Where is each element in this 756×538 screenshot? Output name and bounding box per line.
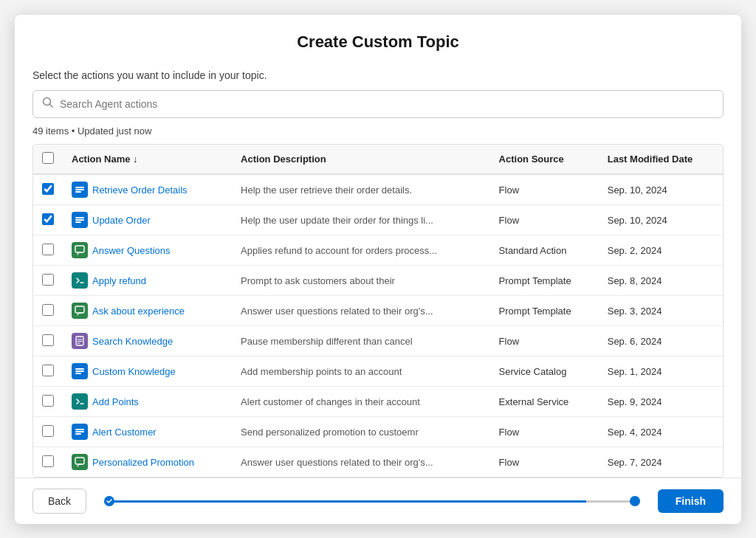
action-name-cell: Personalized Promotion	[63, 447, 232, 477]
action-name-cell: Update Order	[63, 205, 232, 235]
action-source: External Service	[490, 387, 599, 417]
action-name-cell: Search Knowledge	[63, 326, 232, 356]
row-checkbox[interactable]	[42, 365, 54, 376]
row-checkbox[interactable]	[42, 334, 54, 346]
action-type-icon	[72, 242, 88, 258]
row-checkbox[interactable]	[42, 274, 54, 286]
row-checkbox-cell	[33, 266, 63, 296]
meta-row: 49 items • Updated just now	[32, 125, 724, 137]
action-name-link[interactable]: Ask about experience	[92, 306, 185, 317]
action-name-cell: Alert Customer	[63, 417, 232, 447]
action-source: Flow	[490, 326, 599, 356]
action-description: Answer user questions related to their o…	[232, 447, 490, 477]
action-name-cell: Apply refund	[63, 266, 232, 296]
svg-rect-5	[75, 217, 84, 218]
row-checkbox[interactable]	[42, 425, 54, 437]
action-last-modified: Sep. 1, 2024	[599, 356, 723, 387]
search-bar	[32, 90, 724, 118]
row-checkbox[interactable]	[42, 455, 54, 467]
progress-dot-end	[630, 496, 640, 506]
action-description: Answer user questions related to their o…	[232, 296, 490, 326]
table-header-row: Action Name ↓ Action Description Action …	[33, 145, 723, 174]
col-action-name: Action Name ↓	[63, 145, 232, 174]
row-checkbox[interactable]	[42, 213, 54, 225]
svg-rect-15	[75, 368, 84, 370]
search-icon	[42, 97, 54, 111]
actions-table: Action Name ↓ Action Description Action …	[33, 145, 723, 477]
back-button[interactable]: Back	[32, 489, 86, 514]
progress-line	[104, 500, 640, 503]
action-description: Alert customer of changes in their accou…	[232, 387, 490, 417]
row-checkbox-cell	[33, 174, 63, 205]
action-description: Help the user retrieve their order detai…	[232, 174, 490, 205]
action-source: Flow	[490, 174, 599, 205]
action-name-link[interactable]: Update Order	[92, 215, 151, 226]
action-source: Flow	[490, 417, 599, 447]
row-checkbox-cell	[33, 417, 63, 447]
svg-rect-22	[75, 458, 84, 464]
progress-track	[104, 500, 640, 503]
action-description: Help the user update their order for thi…	[232, 205, 490, 235]
col-last-modified: Last Modified Date	[599, 145, 723, 174]
action-type-icon	[72, 424, 88, 440]
action-name-link[interactable]: Apply refund	[92, 275, 146, 286]
action-type-icon	[72, 454, 88, 470]
svg-rect-6	[75, 219, 84, 221]
action-name-cell: Answer Questions	[63, 235, 232, 266]
table-row: Answer Questions Applies refund to accou…	[33, 235, 723, 266]
modal-title: Create Custom Topic	[32, 32, 724, 52]
action-name-link[interactable]: Add Points	[92, 396, 139, 407]
svg-rect-16	[75, 370, 84, 372]
action-name-link[interactable]: Personalized Promotion	[92, 457, 194, 468]
action-type-icon	[72, 212, 88, 228]
progress-dot-start	[104, 496, 114, 506]
action-type-icon	[72, 363, 88, 379]
row-checkbox-cell	[33, 356, 63, 387]
action-source: Prompt Template	[490, 266, 599, 296]
action-last-modified: Sep. 6, 2024	[599, 326, 723, 356]
action-name-cell: Add Points	[63, 387, 232, 417]
action-last-modified: Sep. 4, 2024	[599, 417, 723, 447]
action-last-modified: Sep. 2, 2024	[599, 235, 723, 266]
action-last-modified: Sep. 10, 2024	[599, 174, 723, 205]
row-checkbox[interactable]	[42, 304, 54, 316]
modal-header: Create Custom Topic	[15, 15, 741, 58]
action-source: Flow	[490, 447, 599, 477]
action-name-cell: Custom Knowledge	[63, 356, 232, 387]
modal-subtitle: Select the actions you want to include i…	[32, 69, 724, 81]
row-checkbox-cell	[33, 326, 63, 356]
col-action-desc: Action Description	[232, 145, 490, 174]
action-last-modified: Sep. 3, 2024	[599, 296, 723, 326]
select-all-checkbox[interactable]	[42, 152, 54, 164]
action-description: Add membership points to an account	[232, 356, 490, 387]
svg-rect-17	[75, 373, 81, 374]
search-input[interactable]	[60, 98, 714, 110]
action-name-link[interactable]: Answer Questions	[92, 245, 171, 256]
action-source: Standard Action	[490, 235, 599, 266]
action-name-link[interactable]: Search Knowledge	[92, 336, 173, 347]
actions-table-container: Action Name ↓ Action Description Action …	[32, 144, 724, 477]
action-last-modified: Sep. 9, 2024	[599, 387, 723, 417]
action-name-link[interactable]: Retrieve Order Details	[92, 184, 188, 196]
row-checkbox[interactable]	[42, 183, 54, 195]
action-type-icon	[72, 303, 88, 319]
action-last-modified: Sep. 8, 2024	[599, 266, 723, 296]
action-type-icon	[72, 182, 88, 198]
svg-rect-2	[75, 187, 84, 188]
row-checkbox[interactable]	[42, 244, 54, 255]
row-checkbox-cell	[33, 205, 63, 235]
action-type-icon	[72, 333, 88, 349]
action-name-link[interactable]: Custom Knowledge	[92, 366, 176, 377]
table-row: Retrieve Order Details Help the user ret…	[33, 174, 723, 205]
row-checkbox[interactable]	[42, 395, 54, 407]
create-custom-topic-modal: Create Custom Topic Select the actions y…	[15, 15, 741, 524]
action-type-icon	[72, 393, 88, 410]
finish-button[interactable]: Finish	[658, 489, 724, 513]
svg-rect-8	[75, 246, 84, 252]
action-name-cell: Retrieve Order Details	[63, 174, 232, 205]
action-source: Service Catalog	[490, 356, 599, 387]
action-last-modified: Sep. 10, 2024	[599, 205, 723, 235]
action-name-link[interactable]: Alert Customer	[92, 427, 157, 438]
svg-rect-10	[75, 306, 84, 313]
svg-rect-7	[75, 221, 81, 223]
